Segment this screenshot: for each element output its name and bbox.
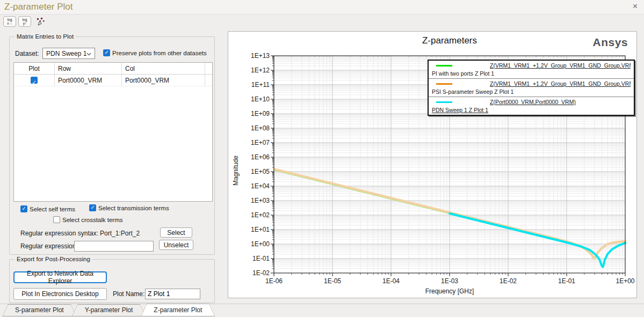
tab-label: S-parameter Plot [15, 306, 64, 314]
matrix-entries-group: Matrix Entries to Plot Dataset: PDN Swee… [9, 36, 215, 255]
tab-bar: S-parameter Plot Y-parameter Plot Z-para… [0, 304, 644, 317]
column-header-spacer [205, 63, 212, 75]
plot-cell[interactable] [14, 75, 55, 86]
x-tick-label: 1E-01 [548, 277, 585, 285]
tab-z-parameter-plot[interactable]: Z-parameter Plot [141, 304, 215, 316]
y-tick-label: 1E+10 [228, 95, 270, 103]
select-crosstalk-terms-checkbox[interactable]: Select crosstalk terms [53, 216, 122, 224]
select-transmission-terms-checkbox[interactable]: Select transmission terms [89, 204, 169, 212]
legend-line-swatch [436, 101, 452, 103]
y-tick-label: 1E+06 [228, 153, 270, 161]
select-self-terms-checkbox[interactable]: Select self terms [20, 205, 75, 213]
row-spacer-cell [205, 75, 212, 86]
regex-input[interactable] [74, 241, 154, 252]
checkbox-icon [103, 49, 110, 56]
x-tick-label: 1E-05 [314, 277, 351, 285]
col-cell[interactable]: Port0000_VRM [122, 75, 205, 86]
checkbox-icon [89, 204, 96, 211]
legend[interactable]: Z(VRM1_VRM1_+1.2V_Group_VRM1_GND_Group,V… [428, 60, 635, 116]
y-tick-label: 1E+13 [228, 52, 270, 60]
y-tick-label: 1E+02 [228, 211, 270, 219]
log-y-label-bottom: y↑ [23, 21, 27, 25]
window-title: Z-parameter Plot [4, 2, 73, 12]
legend-entry[interactable]: Z(VRM1_VRM1_+1.2V_Group_VRM1_GND_Group,V… [429, 61, 634, 79]
unselect-button[interactable]: Unselect [159, 240, 193, 250]
y-tick-label: 1E+04 [228, 182, 270, 190]
tab-s-parameter-plot[interactable]: S-parameter Plot [2, 304, 77, 316]
matrix-entries-group-title: Matrix Entries to Plot [15, 33, 76, 40]
toolbar: log x→ log y↑ [0, 14, 644, 28]
y-tick-label: 1E+03 [228, 197, 270, 204]
y-tick-label: 1E+07 [228, 139, 270, 146]
transmission-terms-label: Select transmission terms [98, 205, 169, 211]
log-x-label-bottom: x→ [7, 21, 12, 25]
chevron-down-icon [86, 53, 91, 56]
dataset-select[interactable]: PDN Sweep 1 [42, 48, 95, 59]
column-header-col[interactable]: Col [122, 63, 205, 75]
export-group: Export for Post-Processing Export to Net… [9, 259, 215, 303]
column-header-plot[interactable]: Plot [14, 63, 55, 75]
log-y-axis-button[interactable]: log y↑ [18, 16, 31, 27]
table-header-row: Plot Row Col [14, 63, 212, 75]
y-tick-label: 1E-01 [228, 255, 270, 262]
dataset-value: PDN Sweep 1 [46, 50, 86, 57]
dataset-label: Dataset: [15, 50, 39, 57]
y-tick-label: 1E+12 [228, 67, 270, 74]
column-header-row[interactable]: Row [55, 63, 122, 75]
legend-entry[interactable]: Z(Port0000_VRM,Port0000_VRM) PDN Sweep 1… [429, 97, 634, 115]
legend-entry[interactable]: Z(VRM1_VRM1_+1.2V_Group_VRM1_GND_Group,V… [429, 79, 634, 97]
title-bar: Z-parameter Plot × [0, 0, 644, 14]
legend-dataset-name: PSI S-parameter Sweep Z Plot 1 [432, 88, 631, 95]
regex-label: Regular expression: [20, 242, 78, 250]
tab-label: Z-parameter Plot [154, 306, 202, 314]
plot-name-label: Plot Name: [113, 290, 144, 298]
x-tick-label: 1E-02 [489, 277, 527, 285]
crosstalk-terms-label: Select crosstalk terms [62, 217, 122, 223]
legend-dataset-name: PDN Sweep 1 Z Plot 1 [432, 106, 631, 114]
select-button[interactable]: Select [160, 227, 192, 238]
plot-in-electronics-desktop-button[interactable]: Plot In Electronics Desktop [13, 288, 107, 300]
matrix-entries-panel: Matrix Entries to Plot Dataset: PDN Swee… [0, 31, 221, 299]
tab-y-parameter-plot[interactable]: Y-parameter Plot [72, 304, 146, 316]
chart-panel: Z-parameters Ansys Magnitude Frequency [… [228, 31, 637, 298]
export-network-data-explorer-button[interactable]: Export to Network Data Explorer [13, 271, 107, 283]
checkbox-icon [53, 216, 60, 223]
y-tick-label: 1E+05 [228, 168, 270, 175]
close-icon[interactable]: × [633, 2, 638, 11]
checkbox-icon [20, 205, 27, 212]
plot-name-input[interactable] [145, 289, 200, 299]
matrix-table: Plot Row Col Port0000_VRM Port0000_VRM [13, 62, 213, 202]
trace-marker-icon[interactable] [36, 17, 45, 26]
legend-line-swatch [436, 83, 452, 85]
regex-syntax-hint: Regular expression syntax: Port_1:Port_2 [20, 230, 140, 237]
y-tick-label: 1E+00 [228, 240, 270, 248]
legend-trace-name: Z(Port0000_VRM,Port0000_VRM) [490, 99, 576, 105]
legend-dataset-name: PI with two ports Z Plot 1 [432, 70, 631, 77]
legend-trace-name: Z(VRM1_VRM1_+1.2V_Group_VRM1_GND_Group,V… [490, 80, 631, 87]
table-row[interactable]: Port0000_VRM Port0000_VRM [14, 75, 212, 86]
log-x-axis-button[interactable]: log x→ [3, 16, 16, 27]
export-group-title: Export for Post-Processing [15, 256, 92, 262]
x-tick-label: 1E-03 [431, 277, 468, 285]
row-cell[interactable]: Port0000_VRM [55, 75, 122, 86]
y-tick-label: 1E-02 [228, 269, 270, 277]
self-terms-label: Select self terms [30, 206, 75, 212]
y-tick-label: 1E+11 [228, 81, 270, 89]
tab-label: Y-parameter Plot [85, 306, 133, 314]
row-plot-checkbox[interactable] [31, 77, 38, 84]
x-tick-label: 1E-04 [372, 277, 410, 285]
log-y-label-top: log [23, 18, 27, 21]
y-tick-label: 1E+01 [228, 226, 270, 233]
y-tick-label: 1E+09 [228, 110, 270, 117]
log-x-label-top: log [8, 18, 12, 21]
legend-line-swatch [436, 65, 452, 67]
legend-trace-name: Z(VRM1_VRM1_+1.2V_Group_VRM1_GND_Group,V… [490, 62, 631, 69]
y-tick-label: 1E+08 [228, 124, 270, 132]
preserve-plots-label: Preserve plots from other datasets [112, 50, 207, 56]
x-tick-label: 1E+00 [606, 277, 644, 285]
x-tick-label: 1E-06 [255, 277, 293, 285]
preserve-plots-checkbox[interactable]: Preserve plots from other datasets [103, 49, 207, 57]
